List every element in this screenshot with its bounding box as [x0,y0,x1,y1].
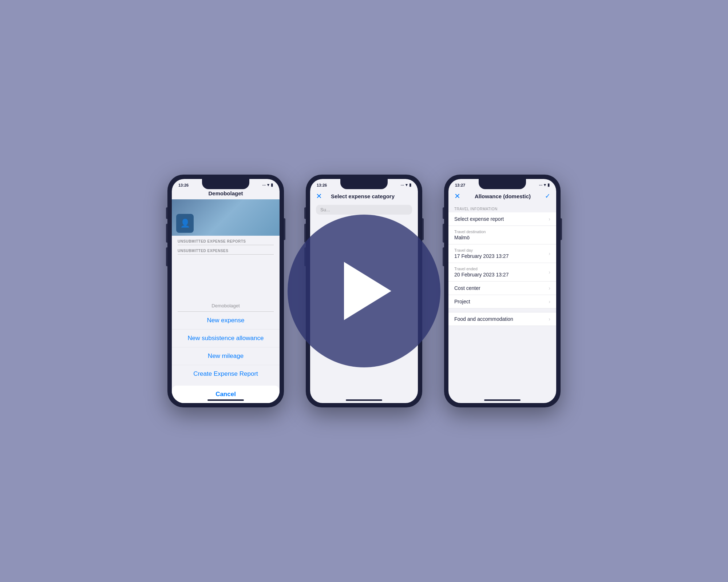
form-row-label-1: Travel destination [454,230,486,234]
form-row-value-5: Project [454,299,470,304]
chevron-4: › [549,285,550,291]
form-row-value-2: 17 February 2023 13:27 [454,253,509,259]
battery-icon-3: ▮ [547,183,550,187]
form-section-label-3: TRAVEL INFORMATION [448,203,556,212]
phone-1-screen: 13:26 ··· ▾ ▮ Demobolaget 👤 [172,179,280,403]
status-icons-3: ··· ▾ ▮ [539,183,550,187]
status-icons-2: ··· ▾ ▮ [401,183,411,187]
sheet-company: Demobolaget [172,298,280,311]
chevron-6: › [549,316,550,322]
form-row-label-3: Travel ended [454,267,509,271]
status-icons-1: ··· ▾ ▮ [262,183,273,187]
form-row-value-0: Select expense report [454,216,504,222]
form-row-1: Travel destination Malmö [448,226,556,244]
section2-label: UNSUBMITTED EXPENSES [172,245,280,254]
form-nav-3: ✕ Allowance (domestic) ✓ [448,189,556,203]
chevron-2: › [549,251,550,256]
nav-bar-2: ✕ Select expense category [310,189,418,203]
home-banner: 👤 [172,199,280,236]
play-button[interactable] [288,215,440,367]
form-row-value-6: Food and accommodation [454,316,513,322]
wifi-icon: ▾ [267,183,269,187]
home-bar-1 [207,399,244,401]
form-row-6[interactable]: Food and accommodation › [448,312,556,326]
chevron-0: › [549,216,550,222]
time-3: 13:27 [455,183,465,187]
divider-2 [178,254,274,255]
bottom-sheet: Demobolaget New expense New subsistence … [172,298,280,403]
close-button-2[interactable]: ✕ [316,192,322,200]
new-allowance-button[interactable]: New subsistence allowance [172,330,280,347]
section1-label: UNSUBMITTED EXPENSE REPORTS [172,236,280,245]
close-button-3[interactable]: ✕ [454,192,460,200]
create-report-button[interactable]: Create Expense Report [172,365,280,383]
form-row-label-2: Travel day [454,248,509,252]
main-scene: 13:26 ··· ▾ ▮ Demobolaget 👤 [36,55,692,527]
new-mileage-button[interactable]: New mileage [172,347,280,365]
battery-icon: ▮ [271,183,273,187]
confirm-button-3[interactable]: ✓ [545,192,550,200]
time-2: 13:26 [317,183,327,187]
new-expense-button[interactable]: New expense [172,312,280,330]
time-1: 13:26 [178,183,189,187]
form-row-4[interactable]: Cost center › [448,282,556,295]
spacer [448,308,556,312]
nav-title-2: Select expense category [331,193,395,199]
battery-icon-2: ▮ [409,183,411,187]
phone-1: 13:26 ··· ▾ ▮ Demobolaget 👤 [167,175,284,407]
form-row-0[interactable]: Select expense report › [448,212,556,226]
form-title-3: Allowance (domestic) [475,193,531,199]
phone-3-screen: 13:27 ··· ▾ ▮ ✕ Allowance (domestic) ✓ T… [448,179,556,403]
home-header: Demobolaget [172,189,280,199]
chevron-5: › [549,299,550,304]
notch-2 [340,179,388,189]
form-row-3[interactable]: Travel ended 20 February 2023 13:27 › [448,263,556,282]
phone-3: 13:27 ··· ▾ ▮ ✕ Allowance (domestic) ✓ T… [444,175,561,407]
notch-1 [202,179,249,189]
home-bar-3 [484,399,521,401]
play-icon [344,262,391,320]
form-row-value-1: Malmö [454,235,486,240]
wifi-icon-2: ▾ [405,183,408,187]
banner-icon: 👤 [176,214,194,233]
wifi-icon-3: ▾ [544,183,546,187]
signal-icon: ··· [262,183,266,187]
chevron-3: › [549,269,550,275]
form-row-value-4: Cost center [454,285,480,291]
form-row-5[interactable]: Project › [448,295,556,308]
search-bar-2[interactable]: Su... [316,205,412,215]
form-row-value-3: 20 February 2023 13:27 [454,272,509,278]
signal-icon-3: ··· [539,183,542,187]
notch-3 [479,179,526,189]
search-placeholder-2: Su... [320,207,330,212]
signal-icon-2: ··· [401,183,404,187]
home-bar-2 [346,399,382,401]
company-name: Demobolaget [208,190,243,196]
form-row-2[interactable]: Travel day 17 February 2023 13:27 › [448,244,556,263]
